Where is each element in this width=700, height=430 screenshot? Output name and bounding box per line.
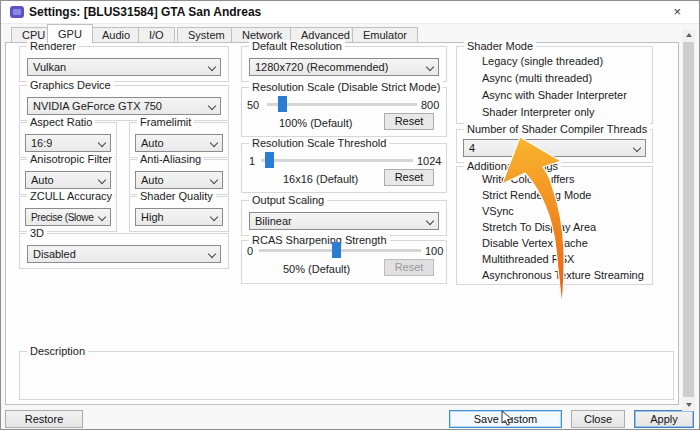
checkbox-label[interactable]: Strict Rendering Mode (482, 189, 591, 201)
3d-label: 3D (27, 227, 47, 239)
apply-button[interactable]: Apply (634, 410, 694, 428)
anisotropic-filter-label: Anisotropic Filter (27, 153, 115, 165)
anisotropic-filter-select[interactable]: Auto (25, 171, 111, 189)
window-title: Settings: [BLUS31584] GTA San Andreas (29, 5, 261, 19)
shader-quality-label: Shader Quality (137, 190, 216, 202)
chevron-down-icon (426, 217, 434, 225)
restore-defaults-button[interactable]: Restore Defaults (5, 410, 83, 428)
aspect-ratio-label: Aspect Ratio (27, 116, 95, 128)
description-label: Description (27, 345, 88, 357)
resolution-scale-max: 800 (421, 99, 439, 111)
rcas-reset-button[interactable]: Reset (384, 259, 434, 276)
scroll-up-icon[interactable] (682, 29, 695, 42)
threshold-reset-button[interactable]: Reset (384, 169, 434, 186)
resolution-scale-min: 50 (247, 99, 259, 111)
radio-label[interactable]: Async (multi threaded) (482, 72, 592, 84)
chevron-down-icon (210, 176, 218, 184)
compiler-threads-select[interactable]: 4 (463, 139, 646, 157)
tab-io[interactable]: I/O (138, 27, 175, 42)
checkbox-label[interactable]: VSync (482, 205, 514, 217)
anti-aliasing-select[interactable]: Auto (135, 171, 223, 189)
rcas-handle[interactable] (332, 242, 341, 258)
window-close-button[interactable]: × (673, 4, 681, 19)
resolution-scale-current: 100% (Default) (279, 117, 352, 129)
chevron-down-icon (98, 176, 106, 184)
resolution-scale-threshold-label: Resolution Scale Threshold (249, 137, 389, 149)
resolution-scale-handle[interactable] (278, 96, 287, 112)
rcas-min: 0 (247, 245, 253, 257)
threshold-slider[interactable] (261, 159, 413, 162)
shader-quality-select[interactable]: High (135, 208, 223, 226)
zcull-accuracy-select[interactable]: Precise (Slowest) (25, 208, 111, 226)
zcull-accuracy-label: ZCULL Accuracy (27, 190, 115, 202)
threshold-min: 1 (249, 155, 255, 167)
chevron-down-icon (210, 213, 218, 221)
app-icon (10, 6, 24, 18)
3d-select[interactable]: Disabled (27, 245, 221, 263)
framelimit-select[interactable]: Auto (135, 134, 223, 152)
framelimit-label: Framelimit (137, 116, 194, 128)
chevron-down-icon (633, 144, 641, 152)
radio-label[interactable]: Legacy (single threaded) (482, 55, 603, 67)
chevron-down-icon (208, 250, 216, 258)
anti-aliasing-label: Anti-Aliasing (137, 153, 204, 165)
chevron-down-icon (426, 63, 434, 71)
aspect-ratio-select[interactable]: 16:9 (25, 134, 111, 152)
output-scaling-label: Output Scaling (249, 194, 327, 206)
rcas-current: 50% (Default) (283, 263, 350, 275)
description-group: Description (19, 351, 674, 400)
default-resolution-select[interactable]: 1280x720 (Recommended) (249, 58, 439, 76)
threshold-max: 1024 (417, 155, 441, 167)
additional-settings-label: Additional Settings (464, 160, 561, 172)
vertical-scrollbar[interactable] (682, 29, 695, 411)
tab-audio[interactable]: Audio (91, 27, 141, 42)
radio-label[interactable]: Shader Interpreter only (482, 106, 595, 118)
chevron-down-icon (208, 63, 216, 71)
scroll-down-icon[interactable] (682, 398, 695, 411)
default-resolution-label: Default Resolution (249, 40, 345, 52)
rcas-label: RCAS Sharpening Strength (249, 234, 390, 246)
compiler-threads-label: Number of Shader Compiler Threads (464, 123, 650, 135)
tab-system[interactable]: System (177, 27, 236, 42)
tab-gpu[interactable]: GPU (47, 24, 93, 43)
rcas-max: 100 (425, 245, 443, 257)
chevron-down-icon (98, 213, 106, 221)
checkbox-label[interactable]: Stretch To Display Area (482, 221, 596, 233)
shader-mode-label: Shader Mode (464, 40, 536, 52)
settings-window: Settings: [BLUS31584] GTA San Andreas × … (0, 0, 700, 430)
tab-emulator[interactable]: Emulator (352, 27, 418, 42)
checkbox-label[interactable]: Multithreaded RSX (482, 253, 574, 265)
checkbox-label[interactable]: Write Color Buffers (482, 173, 575, 185)
chevron-down-icon (208, 102, 216, 110)
radio-label[interactable]: Async with Shader Interpreter (482, 89, 627, 101)
resolution-scale-slider[interactable] (267, 103, 417, 106)
chevron-down-icon (98, 139, 106, 147)
threshold-handle[interactable] (265, 152, 274, 168)
scrollbar-thumb[interactable] (683, 42, 694, 397)
checkbox-label[interactable]: Asynchronous Texture Streaming (482, 269, 644, 281)
resolution-scale-reset-button[interactable]: Reset (384, 113, 434, 130)
renderer-select[interactable]: Vulkan (27, 58, 221, 76)
output-scaling-select[interactable]: Bilinear (249, 212, 439, 230)
close-button[interactable]: Close (571, 410, 625, 428)
graphics-device-select[interactable]: NVIDIA GeForce GTX 750 (27, 97, 221, 115)
save-custom-configuration-button[interactable]: Save custom configuration (449, 410, 562, 428)
threshold-current: 16x16 (Default) (283, 173, 358, 185)
chevron-down-icon (210, 139, 218, 147)
checkbox-label[interactable]: Disable Vertex Cache (482, 237, 588, 249)
title-bar: Settings: [BLUS31584] GTA San Andreas × (1, 1, 699, 24)
graphics-device-label: Graphics Device (27, 79, 114, 91)
resolution-scale-label: Resolution Scale (Disable Strict Mode) (249, 81, 443, 93)
